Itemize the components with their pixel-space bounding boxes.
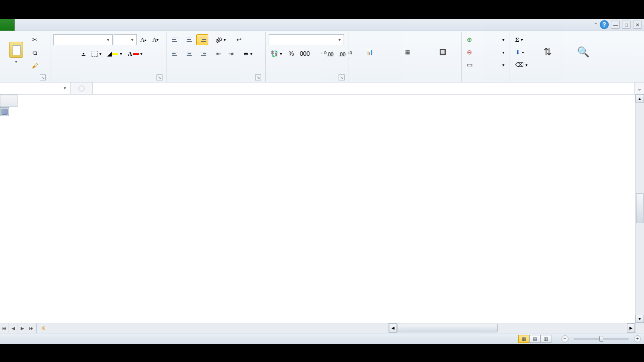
decrease-indent-button[interactable]: ⇤ bbox=[213, 48, 224, 59]
underline-button[interactable]: ▼ bbox=[77, 48, 89, 59]
copy-icon: ⧉ bbox=[33, 49, 37, 56]
delete-icon: ⊖ bbox=[467, 49, 472, 56]
find-select-button[interactable]: 🔍 bbox=[566, 34, 602, 70]
copy-button[interactable]: ⧉ bbox=[29, 47, 40, 58]
chevron-down-icon[interactable]: ▼ bbox=[128, 38, 134, 42]
paste-icon bbox=[9, 42, 23, 58]
file-tab[interactable] bbox=[0, 19, 15, 31]
zoom-slider-knob[interactable] bbox=[599, 336, 603, 342]
font-dialog-launcher[interactable]: ↘ bbox=[156, 74, 163, 80]
minimize-button[interactable]: — bbox=[611, 21, 620, 29]
orientation-button[interactable]: ab▼ bbox=[213, 34, 228, 45]
scroll-down-button[interactable]: ▼ bbox=[635, 315, 644, 323]
align-right-button[interactable] bbox=[196, 48, 208, 59]
format-cells-button[interactable]: ▭▼ bbox=[465, 59, 507, 70]
next-sheet-button[interactable]: ▶ bbox=[18, 323, 27, 333]
cell-styles-icon: 🔲 bbox=[435, 44, 451, 60]
align-center-button[interactable] bbox=[183, 48, 195, 59]
ribbon-minimize-icon[interactable]: ⌃ bbox=[594, 22, 598, 28]
chevron-down-icon[interactable]: ▼ bbox=[63, 86, 67, 90]
sort-filter-icon: ⇅ bbox=[540, 44, 556, 60]
zoom-in-button[interactable]: + bbox=[634, 335, 641, 342]
sheet-tab-bar: ⏮ ◀ ▶ ⏭ ✳ ◀ ▶ bbox=[0, 323, 644, 333]
scroll-left-button[interactable]: ◀ bbox=[389, 323, 397, 333]
select-all-corner[interactable] bbox=[1, 95, 18, 107]
align-middle-button[interactable] bbox=[183, 34, 195, 45]
sort-filter-button[interactable]: ⇅ bbox=[532, 34, 564, 70]
expand-formula-bar-button[interactable]: ⌄ bbox=[634, 82, 644, 94]
horizontal-scrollbar[interactable]: ◀ ▶ bbox=[388, 323, 635, 333]
hscroll-thumb[interactable] bbox=[397, 324, 498, 332]
conditional-formatting-icon: 📊 bbox=[362, 44, 378, 60]
orientation-icon: ab bbox=[214, 35, 223, 45]
cut-button[interactable]: ✂ bbox=[29, 34, 40, 45]
italic-button[interactable] bbox=[65, 48, 76, 59]
align-center-icon bbox=[185, 52, 193, 56]
prev-sheet-button[interactable]: ◀ bbox=[9, 323, 18, 333]
fill-button[interactable]: ⬇▼ bbox=[513, 47, 527, 58]
first-sheet-button[interactable]: ⏮ bbox=[0, 323, 9, 333]
page-layout-view-button[interactable]: ▤ bbox=[529, 335, 540, 343]
align-top-icon bbox=[172, 38, 180, 42]
borders-icon bbox=[92, 51, 98, 57]
align-bottom-button[interactable] bbox=[196, 34, 208, 45]
number-dialog-launcher[interactable]: ↘ bbox=[339, 74, 345, 80]
help-button[interactable]: ? bbox=[600, 20, 609, 29]
page-break-view-button[interactable]: ▥ bbox=[540, 335, 551, 343]
wrap-text-button[interactable]: ↩ bbox=[233, 34, 245, 45]
clear-button[interactable]: ⌫▼ bbox=[513, 59, 530, 70]
vscroll-thumb[interactable] bbox=[636, 193, 643, 223]
accounting-format-button[interactable]: 💱▼ bbox=[269, 48, 285, 59]
merge-center-button[interactable]: ⬌▼ bbox=[242, 48, 255, 59]
format-painter-button[interactable]: 🖌 bbox=[29, 60, 40, 71]
autofill-options-button[interactable] bbox=[0, 107, 9, 116]
formula-input[interactable] bbox=[108, 84, 634, 92]
scroll-up-button[interactable]: ▲ bbox=[635, 95, 644, 103]
increase-decimal-button[interactable]: ←0.00 bbox=[318, 48, 336, 59]
name-box[interactable]: ▼ bbox=[0, 82, 70, 94]
clipboard-dialog-launcher[interactable]: ↘ bbox=[40, 74, 46, 80]
align-right-icon bbox=[198, 52, 206, 56]
close-button[interactable]: ✕ bbox=[633, 21, 642, 29]
worksheet-grid[interactable]: ▲ ▼ bbox=[0, 95, 644, 323]
borders-button[interactable]: ▼ bbox=[90, 48, 104, 59]
chevron-down-icon[interactable]: ▼ bbox=[104, 38, 110, 42]
paste-button[interactable]: ▼ bbox=[5, 34, 27, 70]
format-as-table-button[interactable]: ▦ bbox=[390, 34, 426, 70]
insert-cells-button[interactable]: ⊕▼ bbox=[465, 34, 507, 45]
zoom-out-button[interactable]: − bbox=[561, 335, 569, 342]
font-color-button[interactable]: A▼ bbox=[126, 48, 145, 59]
align-middle-icon bbox=[185, 38, 193, 42]
zoom-slider[interactable] bbox=[574, 338, 629, 340]
new-sheet-button[interactable]: ✳ bbox=[37, 323, 50, 333]
hscroll-track[interactable] bbox=[397, 323, 627, 333]
last-sheet-button[interactable]: ⏭ bbox=[27, 323, 36, 333]
increase-indent-button[interactable]: ⇥ bbox=[225, 48, 236, 59]
shrink-font-button[interactable]: A▾ bbox=[150, 34, 161, 45]
comma-style-button[interactable]: 000 bbox=[298, 48, 312, 59]
table-format-icon: ▦ bbox=[399, 44, 416, 60]
font-name-combo[interactable]: ▼ bbox=[53, 34, 113, 45]
conditional-formatting-button[interactable]: 📊 bbox=[352, 34, 388, 70]
excel-window: ⌃ ? — □ ✕ ▼ ✂ ⧉ 🖌 ↘ bbox=[0, 19, 644, 344]
grow-font-button[interactable]: A▴ bbox=[138, 34, 149, 45]
fill-color-button[interactable]: ◢▼ bbox=[105, 48, 125, 59]
autosum-button[interactable]: Σ▼ bbox=[513, 34, 526, 45]
outdent-icon: ⇤ bbox=[216, 50, 221, 57]
cell-styles-button[interactable]: 🔲 bbox=[428, 34, 458, 70]
bold-button[interactable] bbox=[53, 48, 64, 59]
vertical-scrollbar[interactable]: ▲ ▼ bbox=[635, 95, 644, 323]
percent-button[interactable]: % bbox=[286, 48, 297, 59]
align-top-button[interactable] bbox=[170, 34, 182, 45]
alignment-dialog-launcher[interactable]: ↘ bbox=[255, 74, 261, 80]
font-size-combo[interactable]: ▼ bbox=[114, 34, 137, 45]
delete-cells-button[interactable]: ⊖▼ bbox=[465, 47, 507, 58]
normal-view-button[interactable]: ▦ bbox=[518, 335, 529, 343]
align-left-button[interactable] bbox=[170, 48, 182, 59]
chevron-down-icon[interactable]: ▼ bbox=[336, 38, 342, 42]
vscroll-track[interactable] bbox=[635, 103, 644, 315]
restore-button[interactable]: □ bbox=[622, 21, 631, 29]
number-format-combo[interactable]: ▼ bbox=[269, 34, 344, 45]
ribbon-tabs: ⌃ ? — □ ✕ bbox=[0, 19, 644, 31]
scroll-right-button[interactable]: ▶ bbox=[627, 323, 635, 333]
